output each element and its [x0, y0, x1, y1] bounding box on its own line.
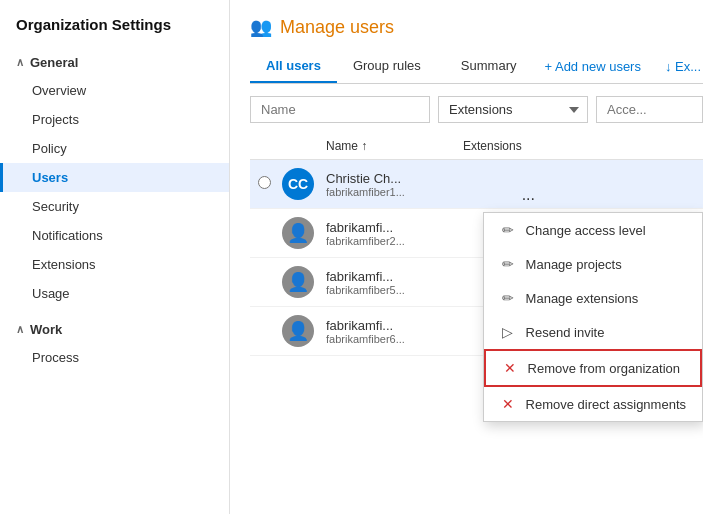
- sidebar: Organization Settings ∧ General Overview…: [0, 0, 230, 514]
- chevron-down-icon: ∧: [16, 56, 24, 69]
- export-button[interactable]: ↓ Ex...: [653, 53, 713, 80]
- main-content: 👥 Manage users All users Group rules Sum…: [230, 0, 723, 514]
- col-name-header[interactable]: Name ↑: [326, 139, 463, 153]
- manage-users-icon: 👥: [250, 16, 272, 38]
- sidebar-item-policy[interactable]: Policy: [0, 134, 229, 163]
- sidebar-section-work-label: Work: [30, 322, 62, 337]
- context-menu-remove-from-org[interactable]: ✕ Remove from organization: [484, 349, 702, 387]
- context-menu-manage-projects[interactable]: ✏ Manage projects: [484, 247, 702, 281]
- context-menu-resend-invite[interactable]: ▷ Resend invite: [484, 315, 702, 349]
- avatar-4: 👤: [282, 315, 326, 347]
- avatar-image-4: 👤: [282, 315, 314, 347]
- avatar-image-2: 👤: [282, 217, 314, 249]
- page-header: 👥 Manage users: [250, 16, 703, 38]
- page-title: Manage users: [280, 17, 394, 38]
- sidebar-item-extensions[interactable]: Extensions: [0, 250, 229, 279]
- sidebar-section-general-header[interactable]: ∧ General: [0, 49, 229, 76]
- avatar-2: 👤: [282, 217, 326, 249]
- avatar-1: CC: [282, 168, 326, 200]
- avatar-image-3: 👤: [282, 266, 314, 298]
- sidebar-item-security[interactable]: Security: [0, 192, 229, 221]
- tab-all-users[interactable]: All users: [250, 50, 337, 83]
- sidebar-section-general-label: General: [30, 55, 78, 70]
- table-row: CC Christie Ch... fabrikamfiber1... ...: [250, 160, 703, 209]
- sidebar-item-overview[interactable]: Overview: [0, 76, 229, 105]
- sidebar-item-users[interactable]: Users: [0, 163, 229, 192]
- sidebar-item-usage[interactable]: Usage: [0, 279, 229, 308]
- row-checkbox-1[interactable]: [250, 176, 282, 192]
- sidebar-item-process[interactable]: Process: [0, 343, 229, 372]
- x-icon-2: ✕: [500, 396, 516, 412]
- context-menu-remove-direct[interactable]: ✕ Remove direct assignments: [484, 387, 702, 421]
- table-header: Name ↑ Extensions: [250, 133, 703, 160]
- sidebar-section-general: ∧ General Overview Projects Policy Users…: [0, 49, 229, 308]
- chevron-down-icon-work: ∧: [16, 323, 24, 336]
- sidebar-item-notifications[interactable]: Notifications: [0, 221, 229, 250]
- sidebar-section-work: ∧ Work Process: [0, 316, 229, 372]
- tab-group-rules[interactable]: Group rules: [337, 50, 437, 83]
- edit-icon-2: ✏: [500, 256, 516, 272]
- tab-summary[interactable]: Summary: [445, 50, 533, 83]
- avatar-image-1: CC: [282, 168, 314, 200]
- sidebar-item-projects[interactable]: Projects: [0, 105, 229, 134]
- app-title: Organization Settings: [0, 16, 229, 49]
- edit-icon-1: ✏: [500, 222, 516, 238]
- user-name-1[interactable]: Christie Ch... fabrikamfiber1...: [326, 171, 543, 198]
- x-icon-1: ✕: [502, 360, 518, 376]
- context-menu: ✏ Change access level ✏ Manage projects …: [483, 212, 703, 422]
- tabs-bar: All users Group rules Summary + Add new …: [250, 50, 703, 84]
- access-filter-input[interactable]: [596, 96, 703, 123]
- context-menu-manage-extensions[interactable]: ✏ Manage extensions: [484, 281, 702, 315]
- edit-icon-3: ✏: [500, 290, 516, 306]
- context-menu-change-access[interactable]: ✏ Change access level: [484, 213, 702, 247]
- name-filter-input[interactable]: [250, 96, 430, 123]
- add-new-users-button[interactable]: + Add new users: [532, 53, 652, 80]
- col-extensions-header[interactable]: Extensions: [463, 139, 623, 153]
- send-icon: ▷: [500, 324, 516, 340]
- row-actions-button-1[interactable]: ...: [514, 184, 543, 206]
- extensions-filter-dropdown[interactable]: Extensions: [438, 96, 588, 123]
- sidebar-section-work-header[interactable]: ∧ Work: [0, 316, 229, 343]
- filters-row: Extensions: [250, 96, 703, 123]
- avatar-3: 👤: [282, 266, 326, 298]
